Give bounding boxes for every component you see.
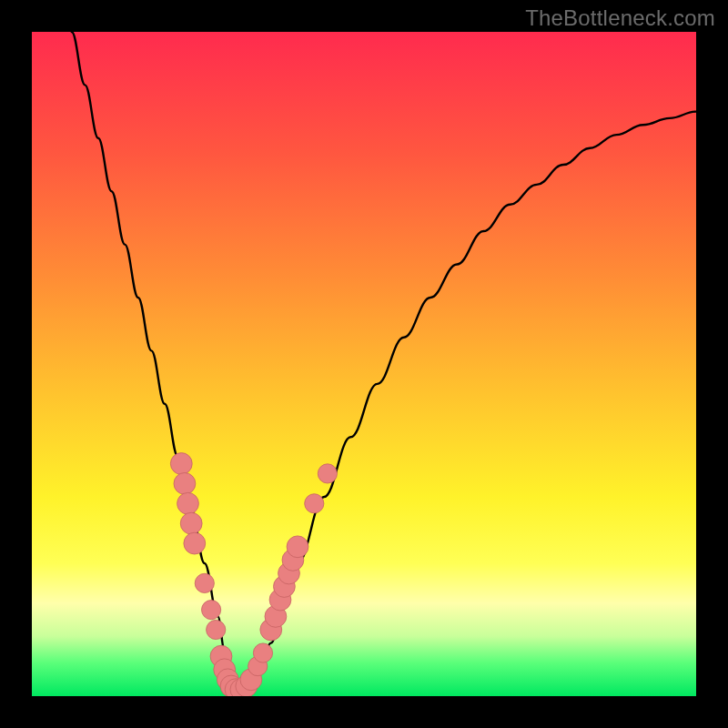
data-marker (180, 512, 202, 534)
bottleneck-curve (72, 32, 696, 690)
data-markers (170, 453, 337, 696)
chart-frame: TheBottleneck.com (0, 0, 728, 728)
data-marker (318, 464, 337, 483)
chart-svg (32, 32, 696, 696)
data-marker (202, 601, 221, 620)
data-marker (207, 620, 226, 639)
data-marker (305, 494, 324, 513)
data-marker (174, 473, 196, 495)
data-marker (287, 536, 308, 558)
data-marker (184, 532, 206, 554)
data-marker (253, 643, 272, 662)
data-marker (195, 573, 214, 592)
watermark-text: TheBottleneck.com (525, 5, 715, 31)
data-marker (170, 453, 192, 475)
data-marker (177, 492, 199, 514)
plot-area (32, 32, 696, 696)
